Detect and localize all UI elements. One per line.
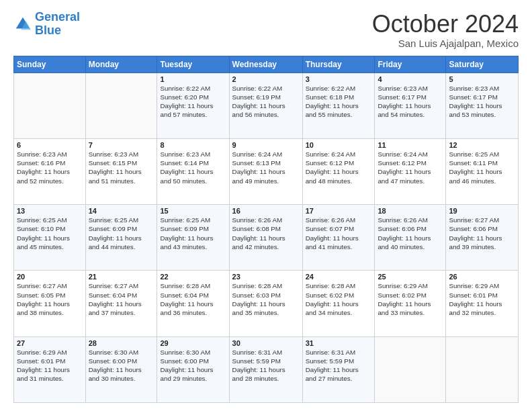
day-info: Sunrise: 6:25 AM Sunset: 6:09 PM Dayligh… [89, 216, 154, 251]
day-number: 12 [449, 141, 515, 149]
day-info: Sunrise: 6:28 AM Sunset: 6:04 PM Dayligh… [160, 281, 226, 317]
calendar-cell: 8Sunrise: 6:23 AM Sunset: 6:14 PM Daylig… [157, 138, 229, 204]
day-info: Sunrise: 6:25 AM Sunset: 6:09 PM Dayligh… [160, 216, 226, 251]
calendar-cell: 3Sunrise: 6:22 AM Sunset: 6:18 PM Daylig… [302, 73, 375, 138]
day-info: Sunrise: 6:26 AM Sunset: 6:08 PM Dayligh… [232, 216, 300, 251]
calendar-cell: 5Sunrise: 6:23 AM Sunset: 6:17 PM Daylig… [446, 73, 519, 138]
header: General Blue October 2024 San Luis Ajaja… [13, 11, 519, 49]
calendar-cell: 9Sunrise: 6:24 AM Sunset: 6:13 PM Daylig… [229, 138, 302, 204]
calendar-cell: 29Sunrise: 6:30 AM Sunset: 6:00 PM Dayli… [157, 336, 229, 402]
calendar-table: SundayMondayTuesdayWednesdayThursdayFrid… [13, 56, 519, 403]
weekday-header: Friday [375, 56, 446, 73]
day-info: Sunrise: 6:22 AM Sunset: 6:19 PM Dayligh… [232, 84, 300, 120]
day-info: Sunrise: 6:23 AM Sunset: 6:17 PM Dayligh… [449, 84, 515, 120]
day-info: Sunrise: 6:26 AM Sunset: 6:06 PM Dayligh… [378, 216, 443, 251]
calendar-cell: 22Sunrise: 6:28 AM Sunset: 6:04 PM Dayli… [157, 271, 229, 336]
day-number: 21 [89, 273, 154, 281]
day-number: 5 [449, 75, 515, 83]
calendar-cell: 13Sunrise: 6:25 AM Sunset: 6:10 PM Dayli… [14, 205, 86, 271]
logo-icon [13, 15, 32, 34]
day-number: 1 [160, 75, 226, 83]
calendar-cell: 19Sunrise: 6:27 AM Sunset: 6:06 PM Dayli… [446, 205, 519, 271]
calendar-cell: 23Sunrise: 6:28 AM Sunset: 6:03 PM Dayli… [229, 271, 302, 336]
calendar-cell: 25Sunrise: 6:29 AM Sunset: 6:02 PM Dayli… [375, 271, 446, 336]
logo-line1: General [35, 10, 80, 24]
day-info: Sunrise: 6:23 AM Sunset: 6:15 PM Dayligh… [89, 150, 154, 185]
day-info: Sunrise: 6:30 AM Sunset: 6:00 PM Dayligh… [89, 348, 154, 383]
day-info: Sunrise: 6:24 AM Sunset: 6:12 PM Dayligh… [306, 150, 372, 185]
day-info: Sunrise: 6:31 AM Sunset: 5:59 PM Dayligh… [306, 348, 372, 383]
day-info: Sunrise: 6:24 AM Sunset: 6:13 PM Dayligh… [232, 150, 300, 185]
calendar-cell: 20Sunrise: 6:27 AM Sunset: 6:05 PM Dayli… [14, 271, 86, 336]
day-info: Sunrise: 6:23 AM Sunset: 6:17 PM Dayligh… [378, 84, 443, 120]
day-info: Sunrise: 6:27 AM Sunset: 6:05 PM Dayligh… [17, 281, 83, 317]
calendar-body: 1Sunrise: 6:22 AM Sunset: 6:20 PM Daylig… [14, 73, 519, 402]
day-info: Sunrise: 6:25 AM Sunset: 6:10 PM Dayligh… [17, 216, 83, 251]
calendar-cell: 10Sunrise: 6:24 AM Sunset: 6:12 PM Dayli… [302, 138, 375, 204]
day-info: Sunrise: 6:22 AM Sunset: 6:20 PM Dayligh… [160, 84, 226, 120]
calendar-cell: 6Sunrise: 6:23 AM Sunset: 6:16 PM Daylig… [14, 138, 86, 204]
day-info: Sunrise: 6:30 AM Sunset: 6:00 PM Dayligh… [160, 348, 226, 383]
day-number: 10 [306, 141, 372, 149]
day-info: Sunrise: 6:29 AM Sunset: 6:01 PM Dayligh… [17, 348, 83, 383]
weekday-header: Wednesday [229, 56, 302, 73]
calendar-cell [85, 73, 157, 138]
calendar-cell [446, 336, 519, 402]
day-number: 4 [378, 75, 443, 83]
calendar-cell: 7Sunrise: 6:23 AM Sunset: 6:15 PM Daylig… [85, 138, 157, 204]
day-info: Sunrise: 6:27 AM Sunset: 6:06 PM Dayligh… [449, 216, 515, 251]
day-number: 24 [306, 273, 372, 281]
day-number: 14 [89, 207, 154, 215]
day-number: 9 [232, 141, 300, 149]
calendar-cell [375, 336, 446, 402]
weekday-header: Saturday [446, 56, 519, 73]
calendar-cell: 15Sunrise: 6:25 AM Sunset: 6:09 PM Dayli… [157, 205, 229, 271]
day-number: 3 [306, 75, 372, 83]
day-number: 2 [232, 75, 300, 83]
day-number: 20 [17, 273, 83, 281]
day-info: Sunrise: 6:29 AM Sunset: 6:01 PM Dayligh… [449, 281, 515, 317]
day-number: 28 [89, 339, 154, 347]
day-info: Sunrise: 6:23 AM Sunset: 6:16 PM Dayligh… [17, 150, 83, 185]
calendar-cell: 26Sunrise: 6:29 AM Sunset: 6:01 PM Dayli… [446, 271, 519, 336]
page: General Blue October 2024 San Luis Ajaja… [0, 0, 532, 411]
calendar-cell: 4Sunrise: 6:23 AM Sunset: 6:17 PM Daylig… [375, 73, 446, 138]
day-info: Sunrise: 6:25 AM Sunset: 6:11 PM Dayligh… [449, 150, 515, 185]
day-info: Sunrise: 6:23 AM Sunset: 6:14 PM Dayligh… [160, 150, 226, 185]
logo: General Blue [13, 11, 80, 38]
day-number: 7 [89, 141, 154, 149]
calendar-cell: 12Sunrise: 6:25 AM Sunset: 6:11 PM Dayli… [446, 138, 519, 204]
calendar-cell [14, 73, 86, 138]
day-number: 18 [378, 207, 443, 215]
day-number: 22 [160, 273, 226, 281]
weekday-header: Sunday [14, 56, 86, 73]
calendar-header: SundayMondayTuesdayWednesdayThursdayFrid… [14, 56, 519, 73]
day-number: 11 [378, 141, 443, 149]
day-number: 25 [378, 273, 443, 281]
day-number: 13 [17, 207, 83, 215]
day-number: 27 [17, 339, 83, 347]
day-info: Sunrise: 6:31 AM Sunset: 5:59 PM Dayligh… [232, 348, 300, 383]
day-info: Sunrise: 6:22 AM Sunset: 6:18 PM Dayligh… [306, 84, 372, 120]
calendar-cell: 24Sunrise: 6:28 AM Sunset: 6:02 PM Dayli… [302, 271, 375, 336]
calendar-cell: 28Sunrise: 6:30 AM Sunset: 6:00 PM Dayli… [85, 336, 157, 402]
day-number: 6 [17, 141, 83, 149]
day-number: 17 [306, 207, 372, 215]
day-info: Sunrise: 6:27 AM Sunset: 6:04 PM Dayligh… [89, 281, 154, 317]
logo-line2: Blue [35, 24, 61, 37]
day-number: 29 [160, 339, 226, 347]
calendar-cell: 14Sunrise: 6:25 AM Sunset: 6:09 PM Dayli… [85, 205, 157, 271]
title-block: October 2024 San Luis Ajajalpan, Mexico [372, 11, 519, 49]
day-number: 30 [232, 339, 300, 347]
calendar-cell: 30Sunrise: 6:31 AM Sunset: 5:59 PM Dayli… [229, 336, 302, 402]
day-number: 23 [232, 273, 300, 281]
weekday-header: Thursday [302, 56, 375, 73]
calendar-cell: 18Sunrise: 6:26 AM Sunset: 6:06 PM Dayli… [375, 205, 446, 271]
calendar-cell: 17Sunrise: 6:26 AM Sunset: 6:07 PM Dayli… [302, 205, 375, 271]
location: San Luis Ajajalpan, Mexico [372, 38, 519, 49]
month-title: October 2024 [372, 11, 519, 38]
day-number: 19 [449, 207, 515, 215]
day-number: 15 [160, 207, 226, 215]
logo-text: General Blue [35, 11, 80, 38]
calendar-cell: 21Sunrise: 6:27 AM Sunset: 6:04 PM Dayli… [85, 271, 157, 336]
